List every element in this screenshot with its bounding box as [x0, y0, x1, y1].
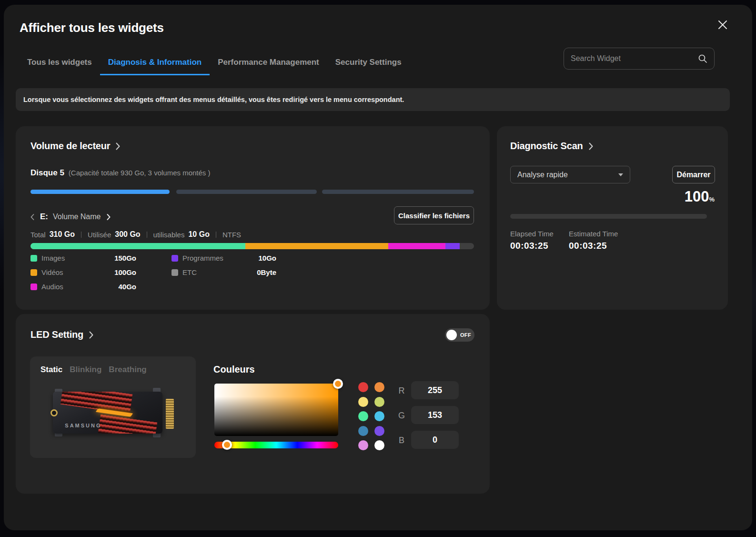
hue-slider[interactable]: [214, 442, 338, 448]
disk-row: Disque 5 (Capacité totale 930 Go, 3 volu…: [30, 168, 211, 178]
ssd-fins: [98, 415, 157, 434]
led-widget-card: LED Setting OFF Static Blinking Breathin…: [16, 314, 490, 494]
led-mode-panel: Static Blinking Breathing SAMSUNG: [30, 356, 196, 458]
close-icon: [717, 20, 728, 30]
led-widget-header[interactable]: LED Setting: [30, 329, 93, 340]
rgb-b-label: B: [397, 436, 406, 446]
color-swatch-red[interactable]: [358, 382, 368, 392]
free-label: utilisables: [153, 231, 185, 239]
color-swatch-white[interactable]: [374, 440, 384, 450]
rgb-g-label: G: [397, 411, 406, 421]
legend-item-images: Images 150Go: [30, 254, 136, 262]
scan-type-select[interactable]: Analyse rapide: [510, 166, 630, 183]
classify-files-button[interactable]: Classifier les fichiers: [394, 206, 474, 224]
volume-segment-selected[interactable]: [30, 190, 170, 194]
scan-progress-percent: 100%: [685, 188, 715, 205]
usage-bar: [30, 243, 474, 249]
divider: [147, 232, 147, 238]
usage-segment-videos: [245, 243, 389, 249]
info-banner: Lorsque vous sélectionnez des widgets of…: [16, 88, 730, 111]
toggle-knob: [446, 330, 457, 340]
ssd-connector-pins: [166, 399, 174, 429]
widgets-dialog: Afficher tous les widgets Tous les widge…: [4, 5, 752, 530]
rgb-g-field[interactable]: 153: [411, 406, 459, 424]
next-volume-button[interactable]: [107, 214, 111, 220]
legend-item-videos: Vidéos 100Go: [30, 268, 136, 276]
tab-tous-les-widgets[interactable]: Tous les widgets: [19, 54, 100, 75]
prev-volume-button[interactable]: [30, 214, 34, 220]
used-label: Utilisée: [88, 231, 111, 239]
legend-item-etc: ETC 0Byte: [171, 268, 276, 276]
info-banner-text: Lorsque vous sélectionnez des widgets of…: [23, 96, 404, 103]
elapsed-time-value: 00:03:25: [510, 241, 548, 251]
volume-letter: E:: [40, 212, 48, 222]
legend-swatch-audios: [30, 284, 37, 290]
estimated-time-value: 00:03:25: [569, 241, 607, 251]
gradient-handle[interactable]: [333, 379, 343, 389]
search-input[interactable]: [571, 54, 698, 63]
tab-performance-management[interactable]: Performance Management: [210, 54, 327, 75]
diagnostic-widget-title: Diagnostic Scan: [510, 141, 583, 152]
color-gradient-picker[interactable]: [214, 384, 338, 436]
rgb-b-field[interactable]: 0: [411, 431, 459, 449]
color-swatch-yellow[interactable]: [358, 397, 368, 407]
volume-segment-2[interactable]: [176, 190, 317, 194]
led-mode-tabs: Static Blinking Breathing: [40, 365, 147, 375]
diagnostic-widget-header[interactable]: Diagnostic Scan: [510, 141, 593, 152]
ssd-brand-label: SAMSUNG: [65, 423, 101, 428]
led-mode-blinking[interactable]: Blinking: [70, 365, 101, 375]
chevron-right-icon: [589, 142, 593, 150]
search-icon[interactable]: [698, 54, 707, 63]
volume-name: Volume Name: [53, 213, 101, 221]
total-value: 310 Go: [50, 230, 75, 239]
start-scan-button[interactable]: Démarrer: [672, 166, 715, 183]
usage-segment-audios: [388, 243, 445, 249]
diagnostic-widget-card: Diagnostic Scan Analyse rapide Démarrer …: [497, 126, 728, 310]
search-widget-box: [564, 48, 715, 70]
legend-swatch-videos: [30, 269, 37, 276]
ssd-heatsink: SAMSUNG: [53, 392, 162, 434]
free-value: 10 Go: [188, 230, 209, 239]
color-swatch-steelblue[interactable]: [358, 426, 368, 436]
volume-segment-3[interactable]: [322, 190, 474, 194]
color-swatch-purple[interactable]: [374, 426, 384, 436]
legend-item-programmes: Programmes 10Go: [171, 254, 276, 262]
estimated-time-label: Estimated Time: [569, 230, 618, 238]
elapsed-time-label: Elapsed Time: [510, 230, 554, 238]
used-value: 300 Go: [115, 230, 140, 239]
toggle-state-label: OFF: [460, 332, 471, 338]
chevron-left-icon: [30, 214, 34, 220]
divider: [81, 232, 81, 238]
legend-swatch-images: [30, 255, 37, 262]
volume-row: E: Volume Name: [30, 211, 111, 223]
legend-item-audios: Audios 40Go: [30, 283, 136, 291]
volume-stats: Total 310 Go Utilisée 300 Go utilisables…: [30, 230, 245, 239]
rgb-r-label: R: [397, 386, 406, 396]
colors-title: Couleurs: [213, 364, 255, 375]
close-button[interactable]: [713, 15, 732, 34]
led-toggle[interactable]: OFF: [445, 328, 474, 342]
usage-segment-images: [30, 243, 245, 249]
tab-diagnosis-information[interactable]: Diagnosis & Information: [100, 54, 210, 75]
legend-swatch-programmes: [171, 255, 178, 262]
color-swatch-yellowgreen[interactable]: [374, 397, 384, 407]
color-swatch-skyblue[interactable]: [374, 411, 384, 421]
led-widget-title: LED Setting: [30, 329, 83, 340]
rgb-r-field[interactable]: 255: [411, 381, 459, 399]
tab-security-settings[interactable]: Security Settings: [327, 54, 410, 75]
volume-widget-card: Volume de lecteur Disque 5 (Capacité tot…: [16, 126, 490, 310]
color-swatch-orchid[interactable]: [358, 440, 368, 450]
color-swatch-green[interactable]: [358, 411, 368, 421]
ssd-image: SAMSUNG: [52, 386, 174, 439]
scan-progress-bar: [510, 214, 707, 219]
scan-type-value: Analyse rapide: [517, 171, 568, 179]
hue-handle[interactable]: [222, 440, 232, 450]
color-swatch-orange[interactable]: [374, 382, 384, 392]
usage-segment-programmes: [445, 243, 460, 249]
disk-capacity-info: (Capacité totale 930 Go, 3 volumes monté…: [69, 169, 211, 177]
disk-name: Disque 5: [30, 168, 64, 178]
led-mode-breathing[interactable]: Breathing: [109, 365, 146, 375]
total-label: Total: [30, 231, 46, 239]
volume-widget-header[interactable]: Volume de lecteur: [30, 141, 120, 152]
led-mode-static[interactable]: Static: [40, 365, 62, 375]
